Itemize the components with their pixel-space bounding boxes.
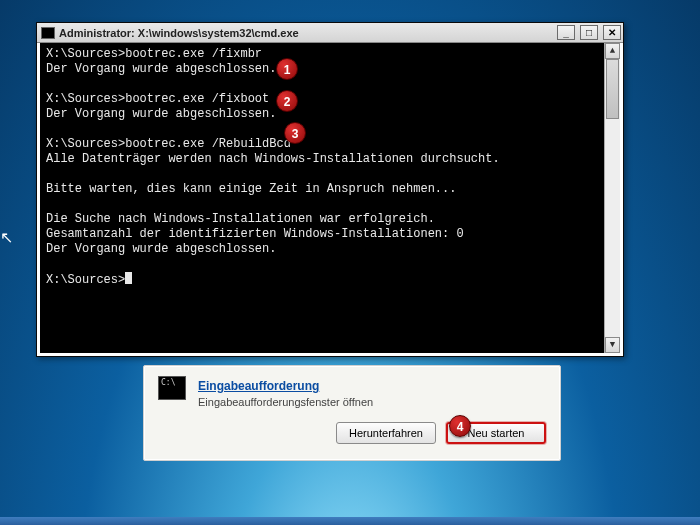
scroll-down-icon[interactable]: ▼ <box>605 337 620 353</box>
cmd-window: Administrator: X:\windows\system32\cmd.e… <box>36 22 624 357</box>
taskbar <box>0 517 700 525</box>
cmd-icon <box>158 376 186 400</box>
scrollbar-thumb[interactable] <box>606 59 619 119</box>
command-prompt-description: Eingabeaufforderungsfenster öffnen <box>198 396 546 408</box>
close-button[interactable]: ✕ <box>603 25 621 40</box>
window-title: Administrator: X:\windows\system32\cmd.e… <box>59 27 552 39</box>
restart-button[interactable]: Neu starten <box>446 422 546 444</box>
titlebar[interactable]: Administrator: X:\windows\system32\cmd.e… <box>37 23 623 43</box>
scroll-up-icon[interactable]: ▲ <box>605 43 620 59</box>
terminal-output[interactable]: X:\Sources>bootrec.exe /fixmbr Der Vorga… <box>40 43 620 353</box>
minimize-button[interactable]: _ <box>557 25 575 40</box>
command-prompt-link[interactable]: Eingabeaufforderung <box>198 379 319 393</box>
text-cursor <box>125 272 132 284</box>
mouse-cursor-icon: ↖ <box>0 228 12 246</box>
vertical-scrollbar[interactable]: ▲ ▼ <box>604 43 620 353</box>
shutdown-button[interactable]: Herunterfahren <box>336 422 436 444</box>
recovery-options-dialog: Eingabeaufforderung Eingabeaufforderungs… <box>143 365 561 461</box>
cmd-titlebar-icon <box>41 27 55 39</box>
maximize-button[interactable]: □ <box>580 25 598 40</box>
